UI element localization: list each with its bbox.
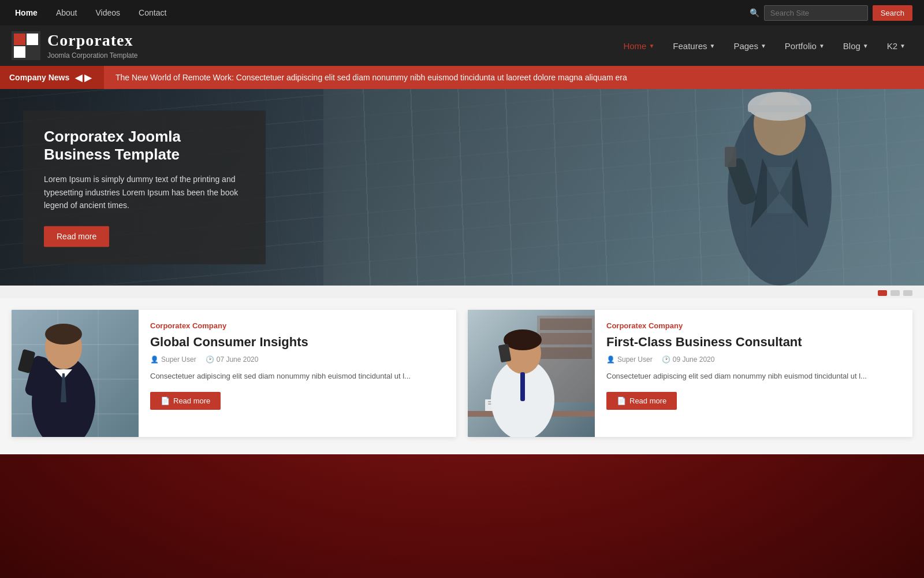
top-nav-videos[interactable]: Videos	[92, 8, 124, 17]
svg-rect-32	[540, 333, 592, 344]
main-nav-k2[interactable]: K2▼	[880, 25, 912, 66]
svg-rect-2	[14, 46, 25, 58]
card-2-category: Corporatex Company	[606, 321, 901, 330]
user-icon-2: 👤	[606, 355, 615, 364]
card-1-read-more-button[interactable]: 📄 Read more	[150, 392, 221, 410]
logo-area: Corporatex Joomla Corporation Template	[12, 31, 138, 60]
cards-section: Corporatex Company Global Consumer Insig…	[0, 298, 924, 454]
card-2-excerpt: Consectetuer adipiscing elit sed diam no…	[606, 370, 901, 383]
hero-description: Lorem Ipsum is simply dummy text of the …	[44, 173, 245, 212]
hero-title: Corporatex Joomla Business Template	[44, 128, 245, 164]
main-nav-portfolio[interactable]: Portfolio▼	[778, 25, 832, 66]
clock-icon: 🕑	[206, 355, 214, 364]
card-1-meta: 👤 Super User 🕑 07 June 2020	[150, 355, 445, 364]
svg-rect-33	[540, 347, 592, 359]
read-more-icon-1: 📄	[161, 397, 170, 405]
svg-point-40	[504, 329, 542, 350]
card-2-person	[468, 310, 595, 437]
ticker-text: The New World of Remote Work: Consectetu…	[104, 73, 639, 82]
top-bar: Home About Videos Contact 🔍 Search	[0, 0, 924, 25]
ticker-prev-arrow[interactable]: ◀	[75, 72, 82, 83]
cards-wrapper: Corporatex Company Global Consumer Insig…	[0, 286, 924, 454]
card-2-title: First-Class Business Consultant	[606, 335, 901, 350]
main-nav-features[interactable]: Features▼	[666, 25, 722, 66]
features-caret: ▼	[710, 43, 716, 49]
logo-icon	[12, 31, 40, 60]
main-nav-wrapper: Corporatex Joomla Corporation Template H…	[0, 25, 924, 66]
card-2-image	[468, 310, 595, 437]
user-icon: 👤	[150, 355, 159, 364]
slide-indicators	[0, 286, 924, 298]
home-caret: ▼	[649, 43, 654, 49]
main-nav-home[interactable]: Home▼	[616, 25, 661, 66]
blog-caret: ▼	[863, 43, 869, 49]
card-2: Corporatex Company First-Class Business …	[468, 310, 912, 437]
ticker-next-arrow[interactable]: ▶	[84, 72, 91, 83]
svg-rect-31	[540, 318, 592, 330]
top-nav-home[interactable]: Home	[12, 8, 41, 17]
search-button[interactable]: Search	[873, 5, 912, 21]
card-1-excerpt: Consectetuer adipiscing elit sed diam no…	[150, 370, 445, 383]
hero-content-box: Corporatex Joomla Business Template Lore…	[23, 110, 266, 264]
search-icon: 🔍	[750, 8, 759, 17]
card-2-date: 🕑 09 June 2020	[662, 355, 715, 364]
card-1-body: Corporatex Company Global Consumer Insig…	[139, 310, 456, 437]
svg-rect-1	[14, 34, 25, 45]
ticker-arrows[interactable]: ◀ ▶	[75, 72, 91, 83]
card-1-person	[12, 310, 139, 437]
card-2-read-more-button[interactable]: 📄 Read more	[606, 392, 677, 410]
card-1: Corporatex Company Global Consumer Insig…	[12, 310, 456, 437]
logo-title: Corporatex	[47, 31, 138, 50]
card-1-category: Corporatex Company	[150, 321, 445, 330]
news-ticker: Company News ◀ ▶ The New World of Remote…	[0, 66, 924, 89]
card-2-meta: 👤 Super User 🕑 09 June 2020	[606, 355, 901, 364]
hero-read-more-button[interactable]: Read more	[44, 226, 109, 247]
search-bar: 🔍 Search	[750, 5, 912, 21]
top-nav-contact[interactable]: Contact	[135, 8, 170, 17]
top-nav-about[interactable]: About	[53, 8, 81, 17]
card-2-author: 👤 Super User	[606, 355, 653, 364]
search-input[interactable]	[764, 5, 868, 21]
card-1-image	[12, 310, 139, 437]
card-1-title: Global Consumer Insights	[150, 335, 445, 350]
logo-subtitle: Joomla Corporation Template	[47, 51, 138, 60]
ticker-label-text: Company News	[9, 73, 69, 82]
ticker-label-area: Company News ◀ ▶	[0, 66, 104, 89]
svg-rect-4	[27, 46, 38, 58]
read-more-icon-2: 📄	[617, 397, 626, 405]
slide-dot-3[interactable]	[903, 290, 912, 296]
card-2-body: Corporatex Company First-Class Business …	[595, 310, 912, 437]
main-navigation: Home▼ Features▼ Pages▼ Portfolio▼ Blog▼ …	[616, 25, 912, 66]
slide-dot-1[interactable]	[878, 290, 887, 296]
pages-caret: ▼	[761, 43, 766, 49]
cards-grid: Corporatex Company Global Consumer Insig…	[12, 310, 912, 437]
svg-point-23	[45, 324, 82, 344]
clock-icon-2: 🕑	[662, 355, 670, 364]
slide-dot-2[interactable]	[891, 290, 900, 296]
card-1-date: 🕑 07 June 2020	[206, 355, 259, 364]
svg-rect-3	[27, 34, 38, 45]
main-nav-pages[interactable]: Pages▼	[726, 25, 773, 66]
portfolio-caret: ▼	[819, 43, 825, 49]
hero-section: Corporatex Joomla Business Template Lore…	[0, 89, 924, 286]
logo-text: Corporatex Joomla Corporation Template	[47, 31, 138, 60]
svg-rect-41	[520, 372, 525, 401]
card-1-author: 👤 Super User	[150, 355, 196, 364]
k2-caret: ▼	[900, 43, 906, 49]
top-navigation: Home About Videos Contact	[12, 8, 170, 17]
main-nav-blog[interactable]: Blog▼	[836, 25, 875, 66]
